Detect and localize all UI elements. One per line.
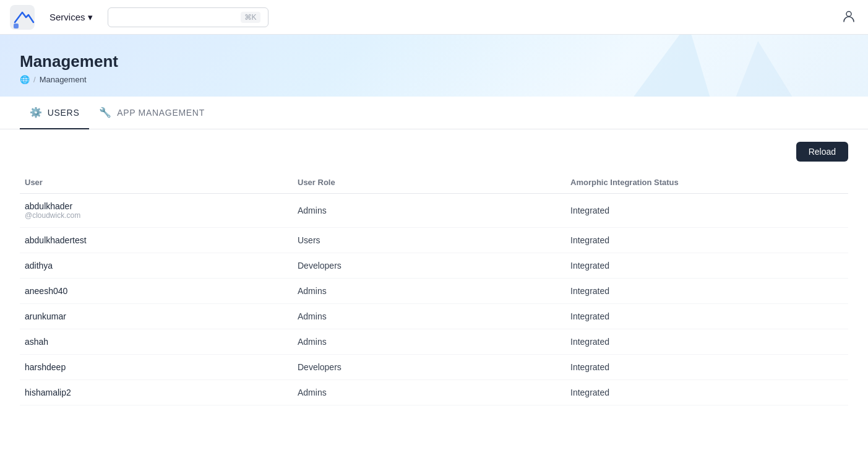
integration-status-cell: Integrated [570,286,843,296]
services-label: Services [49,12,85,22]
integration-status-cell: Integrated [570,235,843,245]
person-icon [842,9,856,23]
user-role-cell: Developers [298,362,570,372]
app-tab-icon: 🔧 [99,106,112,118]
tabs-bar: ⚙️ USERS 🔧 APP MANAGEMENT [0,97,868,129]
services-menu-button[interactable]: Services ▾ [45,9,98,25]
search-bar: ⌘K [108,7,269,27]
user-name: harshdeep [25,362,298,372]
user-info-cell: arunkumar [25,311,298,321]
user-role-cell: Users [298,235,570,245]
breadcrumb: 🌐 / Management [20,75,848,84]
user-info-cell: abdulkhader @cloudwick.com [25,201,298,220]
integration-status-cell: Integrated [570,337,843,347]
user-role-cell: Admins [298,286,570,296]
user-name: ashah [25,337,298,347]
tab-users[interactable]: ⚙️ USERS [20,97,89,129]
user-email: @cloudwick.com [25,211,298,220]
user-account-button[interactable] [840,7,858,27]
user-info-cell: adithya [25,261,298,271]
logo-area [10,5,35,30]
tab-users-label: USERS [48,108,80,118]
user-role-cell: Developers [298,261,570,271]
chevron-down-icon: ▾ [88,12,93,23]
tab-app-management[interactable]: 🔧 APP MANAGEMENT [89,97,215,129]
globe-icon: 🌐 [20,75,30,84]
integration-status-cell: Integrated [570,261,843,271]
table-body: abdulkhader @cloudwick.com Admins Integr… [20,194,848,405]
column-header-status: Amorphic Integration Status [570,178,843,187]
content-area: Reload User User Role Amorphic Integrati… [0,129,868,418]
integration-status-cell: Integrated [570,206,843,215]
table-row: abdulkhader @cloudwick.com Admins Integr… [20,194,848,228]
table-row: arunkumar Admins Integrated [20,304,848,329]
users-table: User User Role Amorphic Integration Stat… [20,171,848,405]
integration-status-cell: Integrated [570,362,843,372]
column-header-user: User [25,178,298,187]
user-name: adithya [25,261,298,271]
app-logo [10,5,35,30]
svg-point-2 [846,12,851,17]
table-row: adithya Developers Integrated [20,253,848,279]
integration-status-cell: Integrated [570,388,843,397]
user-info-cell: aneesh040 [25,286,298,296]
integration-status-cell: Integrated [570,311,843,321]
user-name: aneesh040 [25,286,298,296]
user-name: abdulkhadertest [25,235,298,245]
tab-app-management-label: APP MANAGEMENT [117,108,205,118]
user-name: abdulkhader [25,201,298,211]
top-navigation: Services ▾ ⌘K [0,0,868,35]
users-tab-icon: ⚙️ [30,106,43,118]
column-header-role: User Role [298,178,570,187]
user-info-cell: hishamalip2 [25,388,298,397]
user-role-cell: Admins [298,206,570,215]
search-input[interactable] [116,12,236,22]
user-role-cell: Admins [298,388,570,397]
svg-rect-1 [14,24,19,28]
user-name: hishamalip2 [25,388,298,397]
breadcrumb-separator: / [33,75,36,84]
table-row: hishamalip2 Admins Integrated [20,380,848,405]
user-info-cell: ashah [25,337,298,347]
user-role-cell: Admins [298,311,570,321]
user-name: arunkumar [25,311,298,321]
user-info-cell: harshdeep [25,362,298,372]
table-row: aneesh040 Admins Integrated [20,279,848,304]
user-info-cell: abdulkhadertest [25,235,298,245]
breadcrumb-current: Management [40,75,87,84]
table-row: abdulkhadertest Users Integrated [20,228,848,253]
search-shortcut: ⌘K [241,12,260,23]
table-row: harshdeep Developers Integrated [20,355,848,380]
content-header: Reload [20,142,848,162]
table-header-row: User User Role Amorphic Integration Stat… [20,171,848,194]
user-role-cell: Admins [298,337,570,347]
table-row: ashah Admins Integrated [20,329,848,355]
hero-banner: Management 🌐 / Management [0,35,868,97]
page-title: Management [20,52,848,71]
reload-button[interactable]: Reload [796,142,848,162]
